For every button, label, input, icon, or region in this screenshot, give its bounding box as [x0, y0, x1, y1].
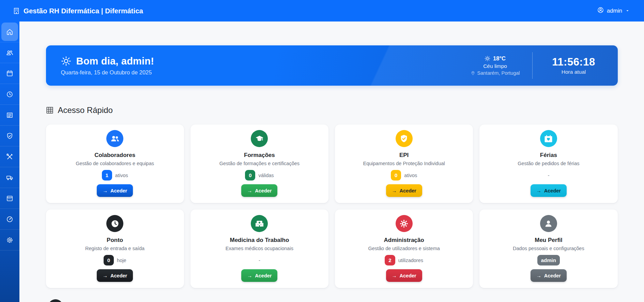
person-circle-icon — [597, 7, 604, 15]
people-fill-icon — [110, 134, 120, 143]
aceder-button[interactable]: →Aceder — [386, 184, 422, 197]
aceder-button[interactable]: →Aceder — [531, 269, 567, 282]
sidebar-item-shield-check[interactable] — [0, 126, 19, 146]
card-subtitle: Gestão de utilizadores e sistema — [368, 246, 440, 251]
aceder-button[interactable]: →Aceder — [241, 269, 277, 282]
weather-widget: 18°C Céu limpo Santarém, Portugal — [471, 55, 520, 76]
sidebar-item-calendar[interactable] — [0, 63, 19, 84]
grid-icon — [46, 106, 53, 114]
card-icon-circle — [251, 215, 268, 232]
card-subtitle: Gestão de colaboradores e equipas — [76, 161, 154, 166]
sidebar-item-people[interactable] — [0, 42, 19, 63]
card-icon-circle — [106, 215, 123, 232]
app-title: Gestão RH Difermática | Difermática — [24, 7, 143, 15]
card-icon-circle — [396, 215, 413, 232]
card-count-badge: admin — [537, 255, 560, 265]
tools-icon — [6, 153, 13, 160]
aceder-button[interactable]: →Aceder — [97, 269, 133, 282]
arrow-right-icon: → — [536, 188, 541, 193]
card-subtitle: Registo de entrada e saída — [85, 246, 144, 251]
sidebar-item-clock[interactable] — [0, 84, 19, 105]
sidebar-item-calendar-event[interactable] — [0, 188, 19, 209]
sidebar-item-speedometer[interactable] — [0, 209, 19, 230]
arrow-right-icon: → — [392, 188, 397, 193]
card-icon-circle — [251, 130, 268, 147]
aceder-button[interactable]: →Aceder — [386, 269, 422, 282]
card-title: Administração — [384, 237, 424, 244]
newspaper-icon — [6, 112, 13, 119]
card-title: Meu Perfil — [535, 237, 562, 244]
section-title: Acesso Rápido — [58, 105, 113, 115]
calendar-icon — [6, 70, 13, 77]
card-stat-row: 0hoje — [104, 255, 126, 265]
quick-access-card[interactable]: Medicina do TrabalhoExames médicos ocupa… — [190, 210, 328, 288]
quick-access-card[interactable]: FormaçõesGestão de formações e certifica… — [190, 125, 328, 203]
arrow-right-icon: → — [392, 273, 397, 278]
sidebar-item-tools[interactable] — [0, 146, 19, 167]
quick-access-header: Acesso Rápido — [46, 105, 618, 115]
greeting-text: Bom dia, admin! — [76, 56, 154, 67]
calendar-event-icon — [6, 195, 13, 202]
sidebar — [0, 21, 19, 302]
building-icon — [13, 8, 20, 14]
aceder-button[interactable]: →Aceder — [241, 184, 277, 197]
shield-check-fill-icon — [399, 134, 409, 143]
sun-small-icon — [485, 56, 490, 61]
card-title: Ponto — [107, 237, 123, 244]
card-icon-circle — [540, 215, 557, 232]
card-title: Colaboradores — [94, 152, 135, 159]
aceder-button-label: Aceder — [110, 273, 127, 278]
quick-access-card[interactable]: ColaboradoresGestão de colaboradores e e… — [46, 125, 184, 203]
aceder-button-label: Aceder — [544, 273, 561, 278]
card-stat-row: 2utilizadores — [385, 255, 423, 265]
clock-label: Hora atual — [545, 69, 603, 75]
card-title: Férias — [540, 152, 557, 159]
sidebar-item-truck[interactable] — [0, 167, 19, 188]
app-brand[interactable]: Gestão RH Difermática | Difermática — [13, 7, 143, 15]
card-title: Medicina do Trabalho — [230, 237, 289, 244]
card-subtitle: Gestão de pedidos de férias — [518, 161, 579, 166]
gear-icon — [6, 236, 13, 244]
card-icon-circle — [540, 130, 557, 147]
geo-pin-icon — [471, 71, 475, 75]
aceder-button[interactable]: →Aceder — [531, 184, 567, 197]
quick-access-card[interactable]: PontoRegisto de entrada e saída0hoje→Ace… — [46, 210, 184, 288]
sidebar-item-house[interactable] — [0, 21, 19, 42]
card-count-badge: 2 — [385, 255, 395, 265]
card-stat-label: utilizadores — [398, 258, 423, 263]
aceder-button-label: Aceder — [400, 188, 416, 193]
clock-widget: 11:56:18 Hora atual — [545, 56, 603, 75]
greeting-banner: Bom dia, admin! Quarta-feira, 15 de Outu… — [46, 45, 618, 86]
user-menu[interactable]: admin — [597, 7, 630, 15]
weather-temperature: 18°C — [493, 55, 506, 62]
sun-icon — [61, 56, 71, 66]
sidebar-item-gear[interactable] — [0, 230, 19, 250]
hospital-icon — [255, 219, 264, 228]
card-icon-circle — [396, 130, 413, 147]
arrow-right-icon: → — [247, 273, 252, 278]
weather-condition: Céu limpo — [471, 63, 520, 69]
sidebar-item-newspaper[interactable] — [0, 105, 19, 126]
banner-divider — [532, 52, 533, 79]
card-empty-stat: - — [259, 257, 260, 263]
card-count-badge: 0 — [245, 170, 255, 181]
card-icon-circle — [106, 130, 123, 147]
card-stat-label: ativos — [115, 173, 128, 178]
quick-access-card[interactable]: EPIEquipamentos de Proteção Individual0a… — [335, 125, 473, 203]
calendar-heart-icon — [544, 134, 553, 143]
card-stat-row: 0ativos — [391, 170, 417, 181]
truck-icon — [6, 174, 13, 181]
aceder-button-label: Aceder — [255, 273, 272, 278]
card-count-badge: 0 — [104, 255, 114, 265]
card-subtitle: Dados pessoais e configurações — [513, 246, 584, 251]
caret-down-icon — [625, 9, 630, 13]
quick-access-card[interactable]: Meu PerfilDados pessoais e configurações… — [479, 210, 617, 288]
gear-fill-icon — [399, 219, 409, 228]
arrow-right-icon: → — [103, 188, 108, 193]
quick-access-card[interactable]: FériasGestão de pedidos de férias-→Acede… — [479, 125, 617, 203]
aceder-button[interactable]: →Aceder — [97, 184, 133, 197]
aceder-button-label: Aceder — [110, 188, 127, 193]
card-stat-row: - — [548, 170, 549, 181]
quick-access-card[interactable]: AdministraçãoGestão de utilizadores e si… — [335, 210, 473, 288]
card-count-badge: 1 — [102, 170, 112, 181]
